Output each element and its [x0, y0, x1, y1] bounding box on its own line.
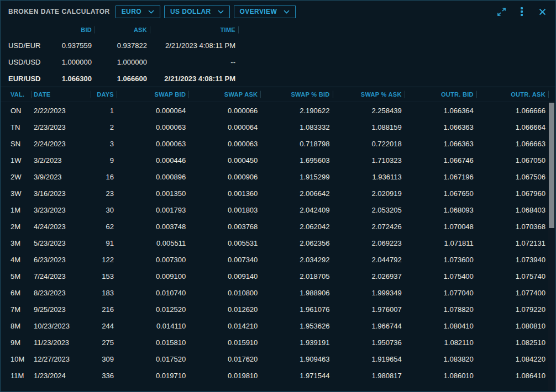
table-cell: 3M — [1, 239, 28, 247]
dropdown-us-dollar[interactable]: US DOLLAR — [164, 6, 230, 18]
table-cell: 3/23/2023 — [28, 206, 88, 214]
table-cell: 1.066363 — [402, 123, 474, 131]
table-cell: 1.080410 — [402, 322, 474, 330]
close-button[interactable] — [537, 6, 548, 17]
table-row[interactable]: 3M5/23/2023910.0055110.0055312.0623562.0… — [1, 235, 555, 251]
table-cell: 1.066364 — [402, 107, 474, 115]
time-value: 2/21/2023 4:08:11 PM — [147, 75, 235, 83]
table-cell: 1.073940 — [474, 256, 545, 264]
close-icon — [539, 8, 546, 15]
table-row[interactable]: 9M11/23/20232750.0158100.0159101.9391911… — [1, 334, 555, 351]
table-cell: 3/9/2023 — [28, 173, 88, 181]
expand-icon — [497, 7, 506, 17]
table-row[interactable]: 3W3/16/2023230.0013500.0013602.0066422.0… — [1, 185, 555, 202]
table-cell: 7M — [1, 305, 28, 314]
table-cell: 0.722018 — [330, 140, 402, 148]
table-cell: 1.999349 — [330, 289, 402, 297]
table-cell: 9M — [1, 338, 28, 347]
table-row[interactable]: 1W3/2/202390.0004460.0004501.6956031.710… — [1, 152, 555, 168]
dropdown-label: EURO — [122, 8, 141, 15]
table-cell: 1.084220 — [474, 355, 545, 363]
table-cell: 1.066663 — [474, 140, 545, 148]
table-row[interactable]: 7M9/25/20232160.0125200.0126201.9610761.… — [1, 301, 555, 317]
table-cell: 4/24/2023 — [28, 223, 88, 231]
table-cell: 0.005531 — [186, 239, 258, 247]
table-cell: 2/23/2023 — [28, 123, 88, 131]
more-options-button[interactable] — [516, 6, 527, 17]
table-row[interactable]: TN2/23/202320.0000630.0000641.0833321.08… — [1, 119, 555, 135]
table-cell: 1.066363 — [402, 140, 474, 148]
header-dropdowns: EUROUS DOLLAROVERVIEW — [116, 6, 296, 18]
table-cell: 0.000064 — [186, 123, 258, 131]
table-cell: 0.012520 — [114, 305, 186, 314]
bid-value: 0.937559 — [53, 41, 92, 50]
table-cell: 2 — [88, 123, 114, 131]
table-row[interactable]: 2W3/9/2023160.0008960.0009061.9152991.93… — [1, 168, 555, 185]
table-row[interactable]: SN2/24/202330.0000630.0000630.7187980.72… — [1, 135, 555, 152]
window-controls — [496, 6, 548, 17]
scrollbar-thumb[interactable] — [549, 103, 554, 228]
quotes-column-header: ASK — [92, 27, 147, 33]
quotes-header: BIDASKTIME — [1, 23, 555, 37]
expand-button[interactable] — [496, 6, 507, 17]
table-cell: 1.077400 — [474, 289, 545, 297]
bid-value: 1.066300 — [53, 75, 92, 83]
table-cell: 7/24/2023 — [28, 272, 88, 280]
table-cell: 1.950736 — [330, 338, 402, 347]
table-cell: 1.080810 — [474, 322, 545, 330]
table-row[interactable]: 2M4/24/2023620.0037480.0037682.0620422.0… — [1, 218, 555, 235]
table-row[interactable]: 5M7/24/20231530.0091000.0091402.0187052.… — [1, 268, 555, 284]
table-cell: 1.909463 — [258, 355, 329, 363]
table-cell: 309 — [88, 355, 114, 363]
currency-pair-label: USD/USD — [1, 58, 53, 66]
table-cell: 1.075740 — [474, 272, 545, 280]
table-cell: 1.070368 — [474, 223, 545, 231]
ask-value: 1.066600 — [92, 75, 147, 83]
table-cell: 1.088159 — [330, 123, 402, 131]
table-cell: 9 — [88, 156, 114, 165]
table-row[interactable]: 10M12/27/20233090.0175200.0176201.909463… — [1, 351, 555, 367]
table-column-header: SWAP BID — [114, 91, 186, 98]
table-cell: 1.079220 — [474, 305, 545, 314]
table-cell: 62 — [88, 223, 114, 231]
quote-row-eur-usd: EUR/USD1.0663001.0666002/21/2023 4:08:11… — [1, 70, 555, 87]
table-row[interactable]: 6M8/23/20231830.0107400.0108001.9889061.… — [1, 284, 555, 301]
table-cell: 1.067650 — [402, 189, 474, 198]
table-cell: 2.042409 — [258, 206, 329, 214]
table-cell: 1.971544 — [258, 372, 329, 380]
dropdown-overview[interactable]: OVERVIEW — [234, 6, 296, 18]
table-row[interactable]: 4M6/23/20231220.0073000.0073402.0342922.… — [1, 251, 555, 268]
table-cell: 9/25/2023 — [28, 305, 88, 314]
table-cell: 1.988906 — [258, 289, 329, 297]
table-cell: 1M — [1, 206, 28, 214]
table-cell: 1.071811 — [402, 239, 474, 247]
table-cell: 0.000063 — [114, 140, 186, 148]
table-cell: 0.017620 — [186, 355, 258, 363]
vertical-scrollbar[interactable] — [548, 103, 555, 390]
table-column-header: OUTR. ASK — [474, 91, 545, 98]
table-cell: 0.007340 — [186, 256, 258, 264]
table-cell: 0.019710 — [114, 372, 186, 380]
table-cell: 2.026937 — [330, 272, 402, 280]
table-cell: 8M — [1, 322, 28, 330]
table-cell: 1.072131 — [474, 239, 545, 247]
table-cell: 1.070048 — [402, 223, 474, 231]
table-row[interactable]: 8M10/23/20232440.0141100.0142101.9536261… — [1, 317, 555, 334]
table-row[interactable]: ON2/22/202310.0000640.0000662.1906222.25… — [1, 102, 555, 119]
table-cell: 11M — [1, 372, 28, 380]
table-row[interactable]: 1M3/23/2023300.0017930.0018032.0424092.0… — [1, 202, 555, 218]
table-cell: 1.961076 — [258, 305, 329, 314]
table-cell: 0.015810 — [114, 338, 186, 347]
table-row[interactable]: 11M1/23/20243360.0197100.0198101.9715441… — [1, 367, 555, 384]
table-column-header: SWAP ASK — [186, 91, 258, 98]
table-cell: 1/23/2024 — [28, 372, 88, 380]
table-cell: 1.086410 — [474, 372, 545, 380]
table-column-header: VAL. — [1, 91, 28, 98]
table-cell: 1.915299 — [258, 173, 329, 181]
table-cell: 30 — [88, 206, 114, 214]
table-cell: 1.695603 — [258, 156, 329, 165]
table-cell: 0.001360 — [186, 189, 258, 198]
table-cell: 1.067506 — [474, 173, 545, 181]
dropdown-euro[interactable]: EURO — [116, 6, 160, 18]
table-cell: SN — [1, 140, 28, 148]
